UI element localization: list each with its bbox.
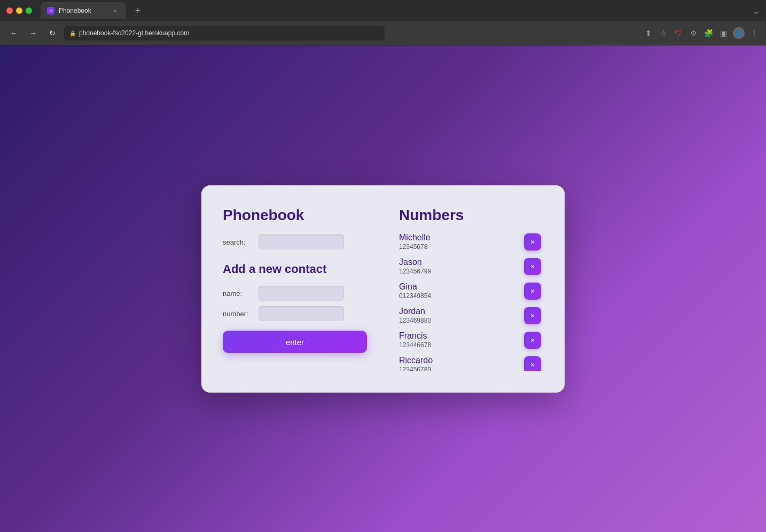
contact-row: Francis123446678× — [399, 331, 541, 350]
account-avatar[interactable]: 👤 — [733, 27, 745, 39]
name-input[interactable] — [259, 286, 344, 301]
active-tab[interactable]: ⚛ Phonebook × — [41, 2, 126, 19]
contact-name: Jordan — [399, 306, 524, 316]
delete-contact-button[interactable]: × — [524, 332, 541, 349]
tab-title: Phonebook — [59, 7, 91, 14]
delete-contact-button[interactable]: × — [524, 233, 541, 251]
traffic-lights — [6, 7, 32, 14]
menu-icon[interactable]: ⋮ — [749, 28, 760, 38]
share-icon[interactable]: ⬆ — [643, 28, 654, 38]
search-row: search: — [223, 234, 367, 249]
right-panel: Numbers Michelle12345678×Jason123456799×… — [399, 207, 543, 371]
puzzle-icon[interactable]: 🧩 — [703, 28, 714, 38]
phonebook-card: Phonebook search: Add a new contact name… — [201, 185, 565, 393]
page-content: Phonebook search: Add a new contact name… — [0, 45, 766, 532]
contact-info: Jordan123469880 — [399, 306, 524, 325]
contact-info: Francis123446678 — [399, 331, 524, 350]
traffic-light-green[interactable] — [26, 7, 32, 14]
tab-close-button[interactable]: × — [111, 6, 120, 15]
sidebar-icon[interactable]: ▣ — [718, 28, 729, 38]
contact-number: 123456799 — [399, 267, 524, 276]
contact-name: Jason — [399, 257, 524, 267]
enter-button[interactable]: enter — [223, 331, 367, 353]
phonebook-title: Phonebook — [223, 207, 367, 224]
contact-row: Jason123456799× — [399, 257, 541, 276]
name-row: name: — [223, 286, 367, 301]
bookmark-icon[interactable]: ☆ — [658, 28, 669, 38]
search-label: search: — [223, 238, 252, 246]
tab-bar-right[interactable]: ⌄ — [753, 6, 760, 16]
contact-number: 12345678 — [399, 242, 524, 252]
contact-row: Michelle12345678× — [399, 232, 541, 252]
contact-info: Gina012349854 — [399, 281, 524, 301]
delete-contact-button[interactable]: × — [524, 283, 541, 300]
forward-button[interactable]: → — [26, 26, 41, 41]
contact-name: Riccardo — [399, 355, 524, 365]
delete-contact-button[interactable]: × — [524, 258, 541, 275]
reload-button[interactable]: ↻ — [45, 26, 60, 41]
shield-icon[interactable]: 🛡 — [673, 28, 684, 38]
numbers-title: Numbers — [399, 207, 543, 224]
tab-bar: ⚛ Phonebook × + ⌄ — [0, 0, 766, 21]
contact-name: Francis — [399, 331, 524, 341]
contact-row: Jordan123469880× — [399, 306, 541, 325]
toolbar-right: ⬆ ☆ 🛡 ⚙ 🧩 ▣ 👤 ⋮ — [643, 27, 760, 39]
delete-contact-button[interactable]: × — [524, 356, 541, 371]
traffic-light-red[interactable] — [6, 7, 13, 14]
add-contact-title: Add a new contact — [223, 262, 367, 276]
search-input[interactable] — [259, 234, 344, 249]
contact-number: 123469880 — [399, 316, 524, 325]
left-panel: Phonebook search: Add a new contact name… — [223, 207, 367, 371]
number-row: number: — [223, 306, 367, 321]
traffic-light-yellow[interactable] — [16, 7, 22, 14]
contact-name: Michelle — [399, 232, 524, 242]
name-label: name: — [223, 290, 252, 298]
contact-number: 123446678 — [399, 341, 524, 350]
back-button[interactable]: ← — [6, 26, 21, 41]
url-bar[interactable]: 🔒 phonebook-fso2022-gt.herokuapp.com — [64, 26, 385, 41]
browser-chrome: ⚛ Phonebook × + ⌄ ← → ↻ 🔒 phonebook-fso2… — [0, 0, 766, 45]
contact-info: Jason123456799 — [399, 257, 524, 276]
contact-name: Gina — [399, 281, 524, 292]
extensions-icon[interactable]: ⚙ — [688, 28, 699, 38]
number-label: number: — [223, 310, 252, 318]
contact-number: 012349854 — [399, 292, 524, 301]
lock-icon: 🔒 — [69, 30, 76, 36]
contact-row: Gina012349854× — [399, 281, 541, 301]
contact-info: Michelle12345678 — [399, 232, 524, 252]
contact-row: Riccardo123456789× — [399, 355, 541, 371]
new-tab-button[interactable]: + — [130, 3, 145, 18]
contact-info: Riccardo123456789 — [399, 355, 524, 371]
delete-contact-button[interactable]: × — [524, 307, 541, 324]
url-text: phonebook-fso2022-gt.herokuapp.com — [79, 29, 189, 37]
contact-number: 123456789 — [399, 365, 524, 371]
tab-favicon: ⚛ — [47, 7, 54, 14]
contacts-list: Michelle12345678×Jason123456799×Gina0123… — [399, 232, 543, 371]
address-bar: ← → ↻ 🔒 phonebook-fso2022-gt.herokuapp.c… — [0, 21, 766, 45]
number-input[interactable] — [259, 306, 344, 321]
